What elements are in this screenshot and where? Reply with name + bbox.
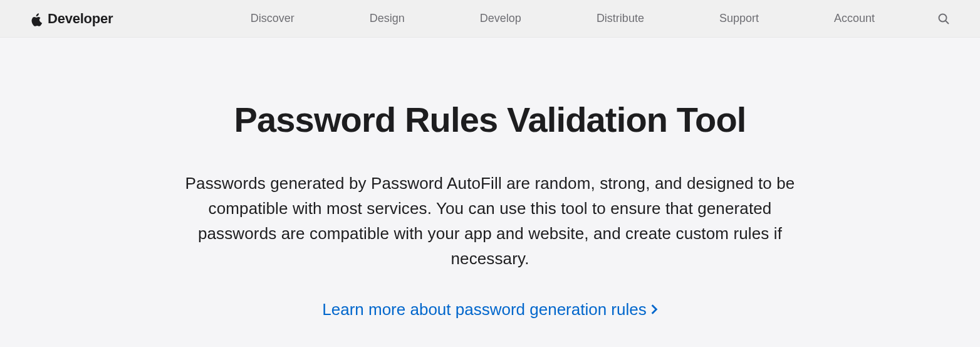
- learn-more-link[interactable]: Learn more about password generation rul…: [322, 300, 657, 319]
- search-icon[interactable]: [937, 13, 950, 25]
- nav-link-distribute[interactable]: Distribute: [559, 12, 682, 25]
- nav-brand[interactable]: Developer: [30, 11, 113, 27]
- brand-text: Developer: [48, 11, 113, 27]
- nav-link-account[interactable]: Account: [796, 12, 912, 25]
- page-description: Passwords generated by Password AutoFill…: [170, 171, 810, 272]
- main-navbar: Developer Discover Design Develop Distri…: [0, 0, 980, 38]
- main-content: Password Rules Validation Tool Passwords…: [145, 38, 835, 344]
- chevron-right-icon: [650, 304, 658, 315]
- nav-link-support[interactable]: Support: [682, 12, 796, 25]
- nav-link-develop[interactable]: Develop: [442, 12, 559, 25]
- svg-point-0: [939, 14, 947, 21]
- nav-link-design[interactable]: Design: [332, 12, 442, 25]
- nav-link-discover[interactable]: Discover: [213, 12, 332, 25]
- svg-line-1: [946, 21, 949, 24]
- apple-logo-icon: [30, 11, 43, 26]
- nav-links: Discover Design Develop Distribute Suppo…: [213, 12, 912, 25]
- page-title: Password Rules Validation Tool: [170, 100, 810, 139]
- learn-more-text: Learn more about password generation rul…: [322, 300, 646, 319]
